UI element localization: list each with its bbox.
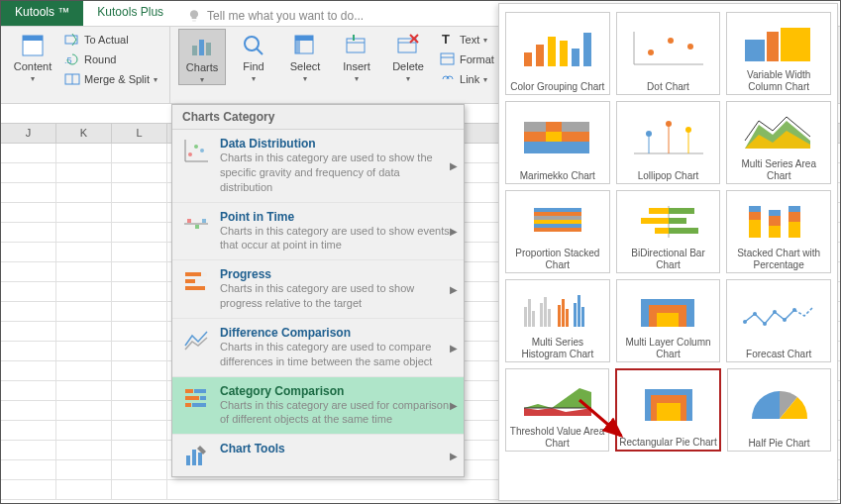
chart-forecast[interactable]: Forecast Chart — [726, 279, 831, 362]
category-data-distribution[interactable]: Data DistributionCharts in this category… — [172, 130, 464, 203]
chart-proportion-stacked[interactable]: Proportion Stacked Chart — [505, 190, 610, 273]
chart-dot[interactable]: Dot Chart — [616, 12, 721, 95]
category-progress[interactable]: ProgressCharts in this category are used… — [172, 260, 464, 319]
svg-rect-51 — [524, 52, 532, 66]
insert-button[interactable]: Insert▾ — [333, 29, 380, 83]
svg-rect-88 — [534, 228, 581, 232]
select-icon — [292, 33, 318, 58]
chart-rectangular-pie[interactable]: Rectangular Pie Chart — [615, 368, 721, 452]
svg-rect-64 — [781, 28, 810, 61]
svg-rect-111 — [558, 305, 561, 327]
diff-icon — [182, 326, 210, 353]
format-button[interactable]: Format ▾ — [436, 50, 506, 68]
svg-rect-62 — [745, 40, 765, 61]
link-icon — [440, 71, 456, 87]
chevron-right-icon: ▶ — [450, 342, 458, 353]
svg-rect-66 — [546, 122, 562, 132]
svg-point-76 — [646, 131, 652, 137]
svg-point-9 — [245, 37, 259, 50]
chart-variable-width-column[interactable]: Variable Width Column Chart — [726, 12, 831, 95]
chart-multi-layer-column[interactable]: Multi Layer Column Chart — [616, 279, 721, 362]
category-chart-tools[interactable]: Chart Tools ▶ — [172, 435, 464, 476]
chart-half-pie[interactable]: Half Pie Chart — [727, 368, 831, 452]
svg-rect-101 — [769, 210, 781, 216]
svg-rect-72 — [546, 142, 562, 153]
charts-button[interactable]: Charts▾ — [178, 29, 226, 85]
category-difference-comparison[interactable]: Difference ComparisonCharts in this cate… — [172, 319, 464, 377]
chart-color-grouping[interactable]: Color Grouping Chart — [505, 12, 610, 95]
chart-stacked-percentage[interactable]: Stacked Chart with Percentage — [726, 190, 831, 273]
round-button[interactable]: .5Round — [60, 50, 161, 68]
svg-point-120 — [743, 320, 747, 324]
delete-button[interactable]: Delete▾ — [384, 29, 432, 83]
svg-rect-119 — [657, 313, 679, 327]
find-button[interactable]: Find▾ — [230, 29, 277, 83]
svg-line-10 — [257, 49, 263, 54]
chart-marimekko[interactable]: Marimekko Chart — [505, 101, 610, 184]
svg-rect-55 — [572, 49, 579, 66]
svg-rect-99 — [769, 226, 781, 238]
svg-rect-7 — [199, 40, 204, 55]
svg-rect-94 — [655, 228, 669, 234]
tell-me[interactable]: Tell me what you want to do... — [177, 1, 373, 26]
svg-rect-97 — [749, 212, 761, 220]
svg-rect-2 — [65, 36, 77, 44]
svg-rect-37 — [185, 272, 201, 276]
svg-rect-8 — [206, 43, 211, 55]
text-button[interactable]: TText ▾ — [436, 31, 506, 49]
select-button[interactable]: Select▾ — [281, 29, 329, 83]
svg-point-122 — [763, 322, 767, 326]
chart-multi-series-area[interactable]: Multi Series Area Chart — [726, 101, 831, 184]
content-button[interactable]: Content▾ — [9, 29, 56, 83]
svg-rect-110 — [548, 309, 551, 327]
content-icon — [20, 33, 46, 58]
svg-rect-50 — [198, 453, 202, 465]
chart-multi-series-histogram[interactable]: Multi Series Histogram Chart — [505, 279, 610, 362]
svg-rect-68 — [524, 132, 546, 142]
category-category-comparison[interactable]: Category ComparisonCharts in this catego… — [172, 377, 464, 436]
round-icon: .5 — [64, 51, 80, 67]
charts-icon — [189, 34, 215, 59]
svg-rect-93 — [669, 218, 686, 224]
tab-kutools[interactable]: Kutools ™ — [1, 1, 83, 26]
svg-rect-1 — [23, 36, 43, 41]
svg-marker-126 — [524, 388, 591, 408]
chart-bidirectional-bar[interactable]: BiDirectional Bar Chart — [616, 190, 721, 273]
chevron-right-icon: ▶ — [450, 284, 458, 295]
category-point-in-time[interactable]: Point in TimeCharts in this category are… — [172, 203, 464, 261]
text-icon: T — [440, 32, 456, 48]
svg-rect-114 — [574, 303, 577, 327]
svg-rect-6 — [192, 46, 197, 55]
svg-rect-65 — [524, 122, 546, 132]
chart-threshold-value-area[interactable]: Threshold Value Area Chart — [505, 368, 609, 452]
chevron-right-icon: ▶ — [450, 451, 458, 461]
svg-rect-22 — [441, 53, 454, 64]
svg-rect-115 — [578, 295, 580, 327]
svg-rect-34 — [195, 225, 199, 229]
chart-lollipop[interactable]: Lollipop Chart — [616, 101, 721, 184]
svg-point-60 — [668, 38, 674, 44]
to-actual-icon — [64, 32, 80, 48]
svg-point-124 — [783, 318, 787, 322]
tab-kutools-plus[interactable]: Kutools Plus — [83, 1, 177, 26]
svg-rect-116 — [581, 307, 584, 327]
to-actual-button[interactable]: To Actual — [60, 31, 161, 49]
timeline-icon — [182, 210, 210, 238]
charts-category-dropdown: Charts Category Data DistributionCharts … — [171, 104, 465, 477]
svg-rect-131 — [657, 403, 681, 421]
svg-rect-35 — [202, 219, 206, 223]
svg-rect-42 — [185, 389, 193, 393]
svg-rect-45 — [200, 396, 206, 400]
svg-point-61 — [687, 44, 693, 50]
svg-marker-127 — [524, 408, 591, 416]
link-button[interactable]: Link ▾ — [436, 70, 506, 88]
tell-me-label: Tell me what you want to do... — [207, 9, 364, 23]
dropdown-header: Charts Category — [172, 105, 464, 130]
merge-split-button[interactable]: Merge & Split ▾ — [60, 70, 161, 88]
svg-rect-103 — [788, 212, 800, 222]
svg-point-30 — [194, 145, 198, 149]
chevron-right-icon: ▶ — [450, 400, 458, 411]
svg-rect-44 — [185, 396, 199, 400]
svg-rect-33 — [187, 219, 191, 223]
svg-rect-105 — [524, 307, 527, 327]
